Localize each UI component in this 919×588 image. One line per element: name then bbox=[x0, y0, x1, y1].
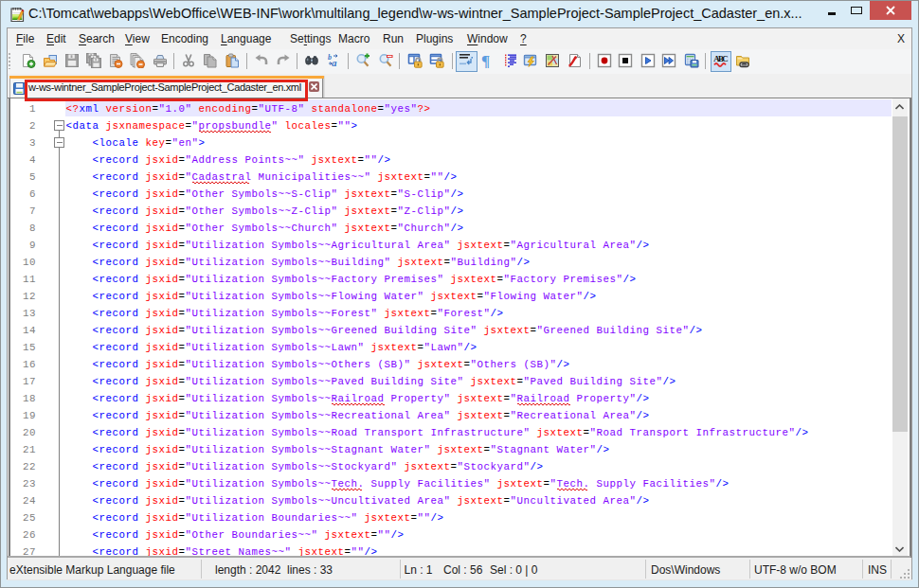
svg-text:ABC: ABC bbox=[713, 54, 729, 63]
svg-text:a: a bbox=[332, 57, 337, 68]
svg-text:¶: ¶ bbox=[481, 53, 490, 68]
